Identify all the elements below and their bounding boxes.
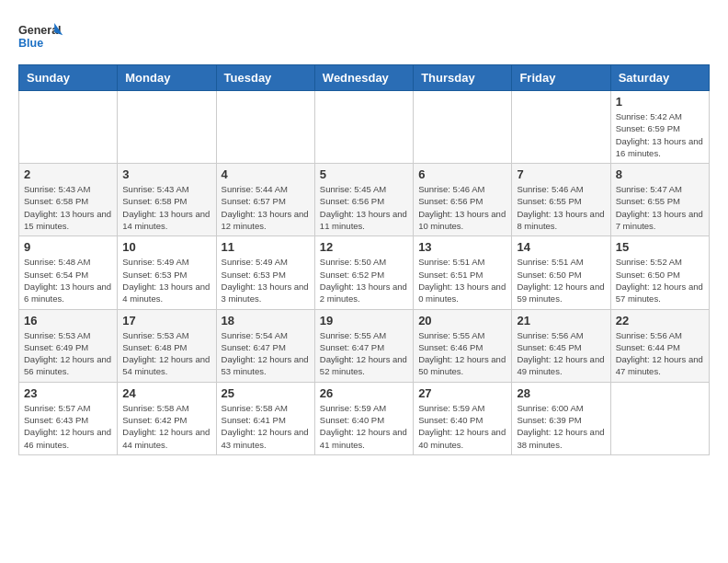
calendar-cell: 1Sunrise: 5:42 AM Sunset: 6:59 PM Daylig… [610, 91, 709, 164]
day-info: Sunrise: 5:56 AM Sunset: 6:45 PM Dayligh… [517, 329, 605, 378]
day-number: 24 [122, 386, 210, 400]
day-number: 12 [320, 240, 408, 254]
day-info: Sunrise: 5:58 AM Sunset: 6:41 PM Dayligh… [222, 402, 310, 451]
calendar-cell: 8Sunrise: 5:47 AM Sunset: 6:55 PM Daylig… [610, 164, 709, 236]
day-info: Sunrise: 5:48 AM Sunset: 6:54 PM Dayligh… [24, 256, 112, 304]
weekday-header-wednesday: Wednesday [314, 65, 413, 91]
day-number: 8 [616, 167, 704, 181]
calendar-cell: 17Sunrise: 5:53 AM Sunset: 6:48 PM Dayli… [118, 309, 216, 382]
day-number: 14 [517, 240, 605, 254]
day-number: 26 [320, 386, 408, 400]
calendar-week-row: 16Sunrise: 5:53 AM Sunset: 6:49 PM Dayli… [19, 309, 710, 382]
day-number: 2 [24, 167, 112, 181]
day-info: Sunrise: 6:00 AM Sunset: 6:39 PM Dayligh… [517, 402, 605, 451]
calendar-cell: 22Sunrise: 5:56 AM Sunset: 6:44 PM Dayli… [610, 309, 709, 382]
calendar-cell: 24Sunrise: 5:58 AM Sunset: 6:42 PM Dayli… [118, 382, 216, 454]
calendar-cell [414, 91, 512, 164]
day-number: 3 [122, 167, 210, 181]
day-info: Sunrise: 5:49 AM Sunset: 6:53 PM Dayligh… [122, 256, 210, 304]
day-number: 18 [222, 314, 310, 327]
calendar-table: SundayMondayTuesdayWednesdayThursdayFrid… [18, 64, 710, 455]
day-number: 23 [24, 386, 112, 400]
day-info: Sunrise: 5:51 AM Sunset: 6:51 PM Dayligh… [418, 256, 506, 304]
calendar-cell [118, 91, 216, 164]
day-number: 6 [418, 167, 506, 181]
calendar-cell: 7Sunrise: 5:46 AM Sunset: 6:55 PM Daylig… [512, 164, 610, 236]
day-info: Sunrise: 5:53 AM Sunset: 6:48 PM Dayligh… [122, 329, 210, 378]
day-info: Sunrise: 5:55 AM Sunset: 6:46 PM Dayligh… [418, 329, 506, 378]
calendar-week-row: 9Sunrise: 5:48 AM Sunset: 6:54 PM Daylig… [19, 236, 710, 309]
day-info: Sunrise: 5:47 AM Sunset: 6:55 PM Dayligh… [616, 183, 704, 232]
day-number: 7 [517, 167, 605, 181]
calendar-cell [314, 91, 413, 164]
calendar-cell: 10Sunrise: 5:49 AM Sunset: 6:53 PM Dayli… [118, 236, 216, 309]
calendar-cell: 15Sunrise: 5:52 AM Sunset: 6:50 PM Dayli… [610, 236, 709, 309]
day-number: 21 [517, 314, 605, 327]
logo: GeneralBlue [18, 18, 64, 55]
calendar-cell: 20Sunrise: 5:55 AM Sunset: 6:46 PM Dayli… [414, 309, 512, 382]
day-info: Sunrise: 5:59 AM Sunset: 6:40 PM Dayligh… [418, 402, 506, 451]
day-info: Sunrise: 5:53 AM Sunset: 6:49 PM Dayligh… [24, 329, 112, 378]
svg-text:Blue: Blue [18, 37, 43, 50]
calendar-week-row: 2Sunrise: 5:43 AM Sunset: 6:58 PM Daylig… [19, 164, 710, 236]
calendar-cell [610, 382, 709, 454]
day-number: 27 [418, 386, 506, 400]
calendar-cell: 5Sunrise: 5:45 AM Sunset: 6:56 PM Daylig… [314, 164, 413, 236]
calendar-week-row: 1Sunrise: 5:42 AM Sunset: 6:59 PM Daylig… [19, 91, 710, 164]
calendar-cell: 6Sunrise: 5:46 AM Sunset: 6:56 PM Daylig… [414, 164, 512, 236]
day-number: 16 [24, 314, 112, 327]
day-number: 10 [122, 240, 210, 254]
day-info: Sunrise: 5:44 AM Sunset: 6:57 PM Dayligh… [222, 183, 310, 232]
calendar-cell: 28Sunrise: 6:00 AM Sunset: 6:39 PM Dayli… [512, 382, 610, 454]
calendar-cell: 4Sunrise: 5:44 AM Sunset: 6:57 PM Daylig… [216, 164, 314, 236]
day-info: Sunrise: 5:43 AM Sunset: 6:58 PM Dayligh… [122, 183, 210, 232]
day-number: 5 [320, 167, 408, 181]
calendar-cell: 16Sunrise: 5:53 AM Sunset: 6:49 PM Dayli… [19, 309, 118, 382]
calendar-cell: 26Sunrise: 5:59 AM Sunset: 6:40 PM Dayli… [314, 382, 413, 454]
day-number: 1 [616, 95, 704, 109]
day-info: Sunrise: 5:56 AM Sunset: 6:44 PM Dayligh… [616, 329, 704, 378]
calendar-cell: 11Sunrise: 5:49 AM Sunset: 6:53 PM Dayli… [216, 236, 314, 309]
calendar-cell [512, 91, 610, 164]
weekday-header-monday: Monday [118, 65, 216, 91]
calendar-cell: 18Sunrise: 5:54 AM Sunset: 6:47 PM Dayli… [216, 309, 314, 382]
calendar-cell: 23Sunrise: 5:57 AM Sunset: 6:43 PM Dayli… [19, 382, 118, 454]
day-info: Sunrise: 5:58 AM Sunset: 6:42 PM Dayligh… [122, 402, 210, 451]
calendar-week-row: 23Sunrise: 5:57 AM Sunset: 6:43 PM Dayli… [19, 382, 710, 454]
day-number: 28 [517, 386, 605, 400]
day-number: 13 [418, 240, 506, 254]
calendar-cell: 9Sunrise: 5:48 AM Sunset: 6:54 PM Daylig… [19, 236, 118, 309]
day-info: Sunrise: 5:43 AM Sunset: 6:58 PM Dayligh… [24, 183, 112, 232]
day-number: 4 [222, 167, 310, 181]
day-info: Sunrise: 5:57 AM Sunset: 6:43 PM Dayligh… [24, 402, 112, 451]
weekday-header-saturday: Saturday [610, 65, 709, 91]
day-number: 9 [24, 240, 112, 254]
calendar-cell: 13Sunrise: 5:51 AM Sunset: 6:51 PM Dayli… [414, 236, 512, 309]
weekday-header-sunday: Sunday [19, 65, 118, 91]
calendar-cell: 3Sunrise: 5:43 AM Sunset: 6:58 PM Daylig… [118, 164, 216, 236]
calendar-cell: 27Sunrise: 5:59 AM Sunset: 6:40 PM Dayli… [414, 382, 512, 454]
day-info: Sunrise: 5:42 AM Sunset: 6:59 PM Dayligh… [616, 110, 704, 159]
day-info: Sunrise: 5:54 AM Sunset: 6:47 PM Dayligh… [222, 329, 310, 378]
page-header: GeneralBlue [18, 18, 710, 55]
day-info: Sunrise: 5:46 AM Sunset: 6:55 PM Dayligh… [517, 183, 605, 232]
weekday-header-tuesday: Tuesday [216, 65, 314, 91]
calendar-cell: 25Sunrise: 5:58 AM Sunset: 6:41 PM Dayli… [216, 382, 314, 454]
day-info: Sunrise: 5:46 AM Sunset: 6:56 PM Dayligh… [418, 183, 506, 232]
day-number: 17 [122, 314, 210, 327]
day-number: 15 [616, 240, 704, 254]
day-number: 20 [418, 314, 506, 327]
calendar-cell: 14Sunrise: 5:51 AM Sunset: 6:50 PM Dayli… [512, 236, 610, 309]
logo-svg: GeneralBlue [18, 18, 64, 55]
day-info: Sunrise: 5:49 AM Sunset: 6:53 PM Dayligh… [222, 256, 310, 304]
day-info: Sunrise: 5:45 AM Sunset: 6:56 PM Dayligh… [320, 183, 408, 232]
day-number: 22 [616, 314, 704, 327]
calendar-cell [19, 91, 118, 164]
day-number: 11 [222, 240, 310, 254]
calendar-cell: 12Sunrise: 5:50 AM Sunset: 6:52 PM Dayli… [314, 236, 413, 309]
weekday-header-friday: Friday [512, 65, 610, 91]
day-info: Sunrise: 5:59 AM Sunset: 6:40 PM Dayligh… [320, 402, 408, 451]
calendar-cell: 2Sunrise: 5:43 AM Sunset: 6:58 PM Daylig… [19, 164, 118, 236]
weekday-header-thursday: Thursday [414, 65, 512, 91]
calendar-cell [216, 91, 314, 164]
